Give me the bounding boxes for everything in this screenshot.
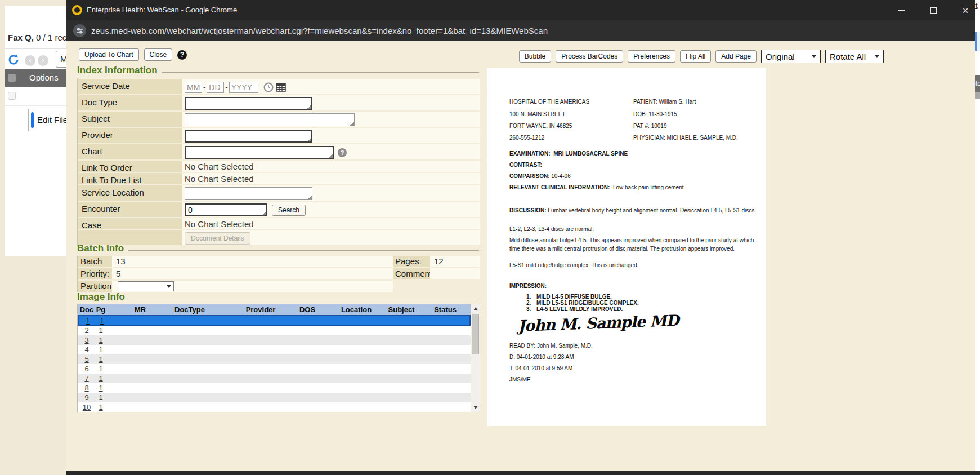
url-bar: zeus.med-web.com/webchart/wctjosterman/w…	[66, 20, 975, 41]
table-row[interactable]: 61	[78, 364, 471, 374]
flip-all-button[interactable]: Flip All	[680, 50, 711, 63]
provider-input[interactable]	[185, 130, 312, 143]
encounter-row: Encounter Search	[78, 202, 480, 217]
bubble-button[interactable]: Bubble	[519, 50, 551, 63]
table-row[interactable]: 31	[78, 335, 471, 345]
preferences-button[interactable]: Preferences	[628, 50, 675, 63]
table-row[interactable]: 101	[78, 402, 471, 412]
subject-input[interactable]	[185, 113, 355, 126]
prev-page-button[interactable]: ‹	[25, 55, 35, 66]
scroll-up-button[interactable]	[471, 304, 480, 313]
pg-link[interactable]: 1	[99, 374, 102, 383]
address-url[interactable]: zeus.med-web.com/webchart/wctjosterman/w…	[91, 20, 548, 41]
legend-line	[128, 250, 479, 251]
rotate-all-select[interactable]: Rotate All	[825, 50, 884, 63]
doc-type-input[interactable]	[185, 97, 312, 110]
pg-link[interactable]: 1	[99, 384, 102, 392]
minimize-button[interactable]	[892, 0, 910, 20]
chevron-down-icon	[167, 285, 171, 288]
doc-link[interactable]: 1	[86, 317, 90, 325]
scroll-down-button[interactable]	[471, 403, 480, 412]
encounter-input[interactable]	[185, 203, 267, 216]
table-row[interactable]: 71	[78, 374, 471, 383]
paragraph: L5-S1 mild ridge/bulge complex. This is …	[509, 261, 763, 269]
doc-link[interactable]: 5	[84, 355, 88, 363]
select-all-checkbox[interactable]	[8, 74, 16, 82]
clock-icon[interactable]	[263, 82, 274, 92]
close-button[interactable]: Close	[144, 48, 173, 61]
contrast-label: CONTRAST:	[509, 162, 542, 168]
table-row[interactable]: 21	[78, 326, 471, 335]
table-row[interactable]: 91	[78, 393, 471, 402]
zoom-select[interactable]: Original	[761, 50, 821, 63]
legend-line	[162, 72, 479, 73]
maximize-button[interactable]	[924, 0, 942, 20]
chart-help-icon[interactable]: ?	[338, 148, 347, 157]
pg-link[interactable]: 1	[99, 365, 102, 373]
doc-link[interactable]: 6	[84, 365, 88, 373]
signature-image: John M. Sample MD	[518, 312, 679, 335]
pg-link[interactable]: 1	[99, 326, 102, 335]
batch-info-section: Batch Info Batch ID: 13 Pages: 12 Priori…	[77, 243, 480, 293]
pg-link[interactable]: 1	[100, 317, 104, 325]
doc-link[interactable]: 7	[84, 374, 88, 383]
doc-link[interactable]: 8	[84, 384, 88, 392]
partition-select[interactable]	[118, 281, 174, 291]
table-scrollbar[interactable]	[471, 304, 480, 412]
doc-link[interactable]: 2	[84, 326, 88, 335]
subject-label: Subject	[78, 112, 182, 127]
batch-row-2: Priority: 5 Comment:	[78, 268, 480, 279]
background-window-right-sliver: t to	[975, 0, 980, 475]
pg-link[interactable]: 1	[99, 336, 102, 344]
table-row[interactable]: 51	[78, 354, 471, 364]
row-checkbox[interactable]	[8, 92, 16, 100]
doc-link[interactable]: 3	[84, 336, 88, 344]
examination-value: MRI LUMBOSACRAL SPINE	[553, 150, 628, 157]
site-info-icon[interactable]	[73, 24, 86, 37]
batch-id-value: 13	[112, 256, 393, 267]
discussion-text: Lumbar vertebral body height and alignme…	[548, 207, 756, 214]
provider-row: Provider	[78, 128, 480, 143]
link-to-due-list-value: No Chart Selected	[182, 173, 480, 184]
case-row: Case No Chart Selected	[78, 218, 480, 229]
pg-link[interactable]: 1	[99, 393, 102, 402]
refresh-icon[interactable]	[7, 53, 20, 66]
close-window-button[interactable]: ×	[956, 0, 974, 20]
encounter-search-button[interactable]: Search	[272, 205, 306, 216]
image-table-rows: 11 21 31 41 51 61 71 81 91 101	[78, 315, 471, 412]
doc-link[interactable]: 10	[83, 403, 91, 411]
col-doc: Doc	[80, 305, 94, 314]
col-pg: Pg	[96, 305, 106, 314]
next-page-button[interactable]: ›	[38, 55, 48, 66]
pg-link[interactable]: 1	[99, 355, 102, 363]
service-date-month-input[interactable]	[185, 82, 202, 93]
encounter-label: Encounter	[78, 202, 182, 217]
chart-value: ?	[182, 144, 480, 159]
table-row[interactable]: 41	[78, 345, 471, 354]
fax-list-row[interactable]	[5, 87, 66, 106]
scrollbar-thumb[interactable]	[472, 314, 479, 354]
process-barcodes-button[interactable]: Process BarCodes	[556, 50, 623, 63]
doc-link[interactable]: 9	[84, 393, 88, 402]
pg-link[interactable]: 1	[99, 403, 102, 411]
title-bar[interactable]: Enterprise Health: WebScan - Google Chro…	[66, 0, 975, 20]
service-date-day-input[interactable]	[207, 82, 224, 93]
pg-link[interactable]: 1	[99, 345, 102, 354]
chart-input[interactable]	[185, 146, 334, 159]
chrome-window: Enterprise Health: WebScan - Google Chro…	[66, 0, 975, 475]
table-row[interactable]: 81	[78, 383, 471, 393]
impression-number: 2.	[526, 300, 536, 306]
edit-file-button[interactable]: Edit File C	[28, 109, 66, 131]
batch-table: Batch ID: 13 Pages: 12 Priority: 5 Comme…	[77, 256, 480, 292]
image-info-legend: Image Info	[77, 291, 480, 303]
table-row-selected[interactable]: 11	[78, 315, 471, 326]
service-location-input[interactable]	[185, 187, 312, 200]
no-chart-selected-text: No Chart Selected	[185, 162, 254, 171]
help-icon[interactable]: ?	[177, 50, 187, 60]
doc-link[interactable]: 4	[84, 345, 88, 354]
calendar-icon[interactable]	[276, 82, 286, 92]
service-date-year-input[interactable]	[229, 82, 258, 93]
upload-to-chart-button[interactable]: Upload To Chart	[79, 48, 139, 61]
add-page-button[interactable]: Add Page	[715, 50, 757, 63]
background-window-left: Fax Q, 0 / 1 reco ‹ › My Options Edit Fi…	[0, 0, 66, 475]
